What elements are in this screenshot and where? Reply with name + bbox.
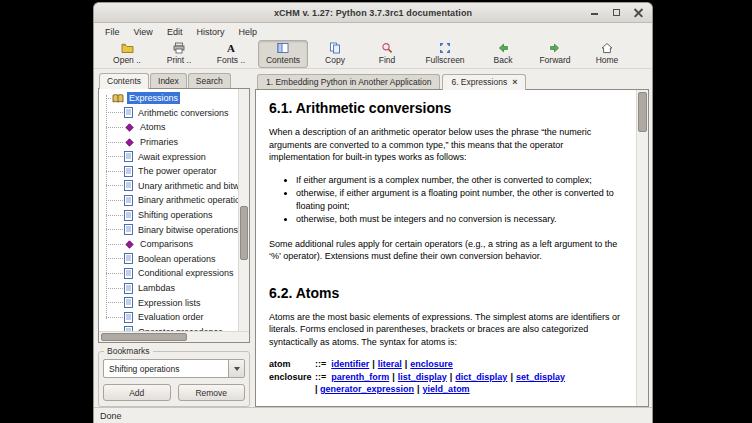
page-icon <box>124 151 133 162</box>
bookmark-remove-button[interactable]: Remove <box>178 384 246 401</box>
menu-history[interactable]: History <box>189 25 231 39</box>
bookmarks-label: Bookmarks <box>104 346 153 356</box>
page-icon <box>124 180 133 191</box>
toolbar: Open ..Print ..AFonts ..ContentsCopyFind… <box>94 40 652 69</box>
tree-item-label: Comparisons <box>138 238 195 250</box>
page-icon <box>124 107 133 118</box>
grammar-link-set_display[interactable]: set_display <box>516 372 565 382</box>
page-icon <box>124 210 133 221</box>
home-icon <box>601 42 613 54</box>
print-button[interactable]: Print .. <box>154 40 204 68</box>
grammar-link-generator_expression[interactable]: generator_expression <box>320 384 414 394</box>
document-vscroll-thumb[interactable] <box>638 92 647 132</box>
open-folder-icon <box>121 42 134 54</box>
tree-item-unary-arithmetic-and-bitwis[interactable]: Unary arithmetic and bitwis <box>99 179 249 194</box>
bookmark-buttons: Add Remove <box>103 384 245 401</box>
document-tab-2[interactable]: 6. Expressions× <box>442 74 526 90</box>
tree-item-binary-arithmetic-operation[interactable]: Binary arithmetic operation <box>99 193 249 208</box>
combo-dropdown-button[interactable] <box>228 360 244 377</box>
grammar-rule-name <box>269 383 315 396</box>
bookmark-combobox[interactable]: Shifting operations <box>103 359 245 378</box>
tree-item-label: Unary arithmetic and bitwis <box>136 180 248 192</box>
tree-item-lambdas[interactable]: Lambdas <box>99 281 249 296</box>
tab-search[interactable]: Search <box>188 73 231 88</box>
copy-button[interactable]: Copy <box>310 40 360 68</box>
bullet-list: If either argument is a complex number, … <box>269 174 626 226</box>
tree-item-binary-bitwise-operations[interactable]: Binary bitwise operations <box>99 222 249 237</box>
minimize-icon[interactable] <box>590 8 599 17</box>
page-icon <box>124 253 133 264</box>
about-button[interactable]: ?About <box>640 40 653 68</box>
tree-item-conditional-expressions[interactable]: Conditional expressions <box>99 266 249 281</box>
tree-vscroll-thumb[interactable] <box>240 206 248 260</box>
tree-item-arithmetic-conversions[interactable]: Arithmetic conversions <box>99 106 249 121</box>
tree-item-expression-lists[interactable]: Expression lists <box>99 295 249 310</box>
tree-item-shifting-operations[interactable]: Shifting operations <box>99 208 249 223</box>
open-button[interactable]: Open .. <box>102 40 152 68</box>
tree-item-atoms[interactable]: Atoms <box>99 120 249 135</box>
diamond-icon <box>124 137 135 148</box>
tab-contents[interactable]: Contents <box>99 73 149 89</box>
tab-close-icon[interactable]: × <box>512 79 517 86</box>
tree-item-evaluation-order[interactable]: Evaluation order <box>99 310 249 325</box>
menu-file[interactable]: File <box>98 25 127 39</box>
toolbar-button-label: Back <box>494 55 513 65</box>
statusbar: Done <box>94 407 652 423</box>
window-title: xCHM v. 1.27: Python 3.7.3rc1 documentat… <box>274 8 472 18</box>
tree-connector <box>106 185 123 186</box>
tree-hscroll-thumb[interactable] <box>101 333 187 341</box>
tree-item-comparisons[interactable]: Comparisons <box>99 237 249 252</box>
fonts-button[interactable]: AFonts .. <box>206 40 256 68</box>
toolbar-button-label: Find <box>379 55 396 65</box>
tree-connector <box>106 258 123 259</box>
tree-connector <box>106 112 123 113</box>
document-view: 6.1. Arithmetic conversionsWhen a descri… <box>255 89 649 407</box>
tree-item-expressions[interactable]: Expressions <box>99 91 249 106</box>
grammar-link-identifier[interactable]: identifier <box>331 359 369 369</box>
grammar-link-literal[interactable]: literal <box>378 359 402 369</box>
find-button[interactable]: Find <box>362 40 412 68</box>
document-area: 1. Embedding Python in Another Applicati… <box>255 71 649 407</box>
document-content: 6.1. Arithmetic conversionsWhen a descri… <box>256 90 636 406</box>
tree-item-label: Shifting operations <box>136 209 215 221</box>
menu-edit[interactable]: Edit <box>160 25 190 39</box>
grammar-rule-body: ::=identifier|literal|enclosure <box>315 358 453 371</box>
page-icon <box>124 166 133 177</box>
tree-horizontal-scrollbar[interactable] <box>99 331 249 342</box>
maximize-icon[interactable] <box>612 8 621 17</box>
paragraph: Atoms are the most basic elements of exp… <box>269 311 626 349</box>
contents-button[interactable]: Contents <box>258 40 308 68</box>
close-icon[interactable] <box>634 8 643 17</box>
forward-button[interactable]: Forward <box>530 40 580 68</box>
grammar-link-dict_display[interactable]: dict_display <box>455 372 507 382</box>
grammar-link-yield_atom[interactable]: yield_atom <box>423 384 470 394</box>
home-button[interactable]: Home <box>582 40 632 68</box>
tree-connector <box>106 244 123 245</box>
grammar-link-parenth_form[interactable]: parenth_form <box>331 372 389 382</box>
tree-item-label: Lambdas <box>136 282 177 294</box>
tree-item-label: Atoms <box>138 121 168 133</box>
grammar-link-list_display[interactable]: list_display <box>398 372 447 382</box>
tree-item-the-power-operator[interactable]: The power operator <box>99 164 249 179</box>
document-vertical-scrollbar[interactable] <box>636 90 648 406</box>
tree-item-primaries[interactable]: Primaries <box>99 135 249 150</box>
document-tab-1[interactable]: 1. Embedding Python in Another Applicati… <box>257 74 440 89</box>
tree-vertical-scrollbar[interactable] <box>238 89 249 332</box>
tree-item-boolean-operations[interactable]: Boolean operations <box>99 252 249 267</box>
tab-index[interactable]: Index <box>150 73 187 88</box>
fullscreen-button[interactable]: Fullscreen <box>420 40 470 68</box>
menu-help[interactable]: Help <box>231 25 264 39</box>
chevron-down-icon <box>234 367 240 371</box>
menu-view[interactable]: View <box>127 25 160 39</box>
grammar-separator: | <box>417 384 420 394</box>
bookmark-add-button[interactable]: Add <box>103 384 171 401</box>
tree-item-await-expression[interactable]: Await expression <box>99 149 249 164</box>
paragraph: Some additional rules apply for certain … <box>269 238 626 263</box>
tree-connector <box>106 98 111 99</box>
menubar: FileViewEditHistoryHelp <box>94 23 652 40</box>
grammar-block: atom::=identifier|literal|enclosureenclo… <box>269 358 626 396</box>
page-icon <box>124 268 133 279</box>
titlebar[interactable]: xCHM v. 1.27: Python 3.7.3rc1 documentat… <box>94 3 652 23</box>
grammar-link-enclosure[interactable]: enclosure <box>410 359 453 369</box>
back-button[interactable]: Back <box>478 40 528 68</box>
